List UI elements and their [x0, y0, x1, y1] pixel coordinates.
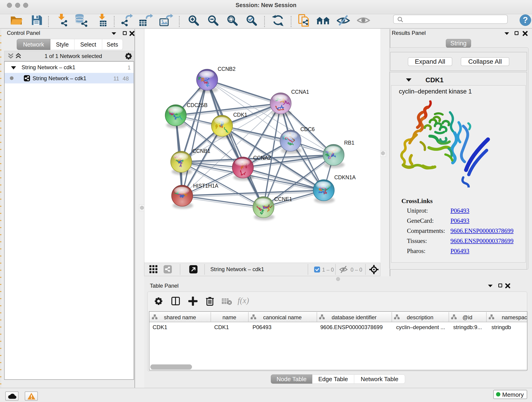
svg-text:CCNB2: CCNB2 [218, 66, 235, 72]
svg-text:CDK1: CDK1 [233, 112, 247, 118]
svg-text:CCNE1: CCNE1 [274, 196, 292, 202]
svg-text:CDC6: CDC6 [300, 126, 315, 132]
svg-text:RB1: RB1 [344, 140, 355, 146]
svg-text:CDKN1A: CDKN1A [334, 174, 356, 180]
svg-text:HIST1H1A: HIST1H1A [193, 183, 219, 189]
svg-text:CCNB1: CCNB1 [192, 148, 210, 154]
svg-text:CDC25B: CDC25B [187, 102, 208, 108]
svg-text:CCNA2: CCNA2 [253, 155, 271, 161]
svg-text:CCNA1: CCNA1 [291, 89, 309, 95]
